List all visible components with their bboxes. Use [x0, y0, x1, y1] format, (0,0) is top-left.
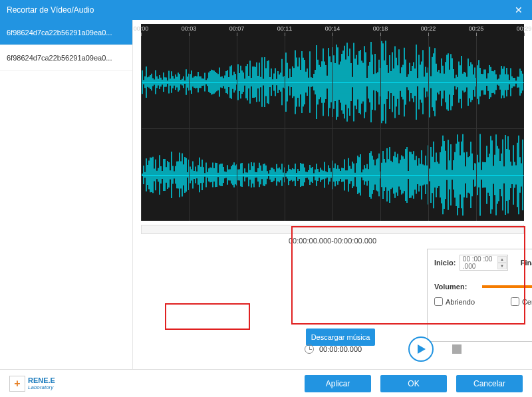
- file-item[interactable]: 6f98624d7ca22b56291a09ea0...: [0, 20, 132, 45]
- play-icon: [416, 344, 426, 354]
- ruler-tick-label: 00:29: [517, 25, 532, 32]
- spinner-down-icon[interactable]: ▼: [497, 263, 507, 269]
- ok-button[interactable]: OK: [380, 375, 447, 392]
- volume-slider[interactable]: [482, 285, 532, 288]
- svg-marker-0: [418, 344, 426, 354]
- time-ruler[interactable]: 00:0000:0300:0700:1100:1400:1800:2200:25…: [141, 24, 524, 36]
- ruler-tick-label: 00:00: [134, 25, 149, 32]
- ruler-tick-label: 00:22: [421, 25, 436, 32]
- ruler-tick-label: 00:25: [469, 25, 484, 32]
- trim-parameters-panel: Inicio: 00 :00 :00 .000 ▲▼ Final: 00 :00…: [427, 249, 532, 342]
- current-playback-time: 00:00:00.000: [319, 345, 362, 353]
- file-item[interactable]: 6f98624d7ca22b56291a09ea0...: [0, 45, 132, 70]
- volume-label: Volumen:: [434, 283, 481, 291]
- cancel-button[interactable]: Cancelar: [456, 375, 523, 392]
- brand-logo: + RENE.E Laboratory: [9, 376, 55, 392]
- end-label: Final:: [521, 259, 532, 267]
- fade-out-checkbox[interactable]: Cerrando: [511, 297, 532, 306]
- file-list: 6f98624d7ca22b56291a09ea0... 6f98624d7ca…: [0, 20, 133, 369]
- waveform-scrollbar[interactable]: [141, 225, 524, 234]
- ruler-tick-label: 00:11: [277, 25, 293, 32]
- ruler-tick-label: 00:14: [325, 25, 340, 32]
- playback-controls: 00:00:00.000: [273, 334, 524, 364]
- fade-in-checkbox[interactable]: Abriendo: [434, 297, 475, 306]
- editor-pane: 00:0000:0300:0700:1100:1400:1800:2200:25…: [133, 20, 532, 369]
- logo-icon: +: [9, 376, 25, 392]
- play-button[interactable]: [408, 336, 434, 362]
- window-title: Recortar de Vídeo/Audio: [7, 5, 512, 15]
- footer-bar: + RENE.E Laboratory Aplicar OK Cancelar: [0, 369, 532, 397]
- start-label: Inicio:: [434, 259, 460, 267]
- ruler-tick-label: 00:07: [229, 25, 245, 32]
- start-time-input[interactable]: 00 :00 :00 .000 ▲▼: [460, 255, 508, 271]
- close-icon[interactable]: ✕: [512, 5, 525, 15]
- stop-button[interactable]: [452, 344, 462, 354]
- titlebar: Recortar de Vídeo/Audio ✕: [0, 0, 532, 20]
- apply-button[interactable]: Aplicar: [305, 375, 371, 392]
- clock-icon: [305, 344, 314, 354]
- ruler-tick-label: 00:18: [373, 25, 388, 32]
- waveform-display[interactable]: [141, 36, 524, 221]
- ruler-tick-label: 00:03: [182, 25, 197, 32]
- selection-time-range: 00:00:00.000-00:00:00.000: [141, 237, 524, 247]
- spinner-up-icon[interactable]: ▲: [497, 256, 507, 263]
